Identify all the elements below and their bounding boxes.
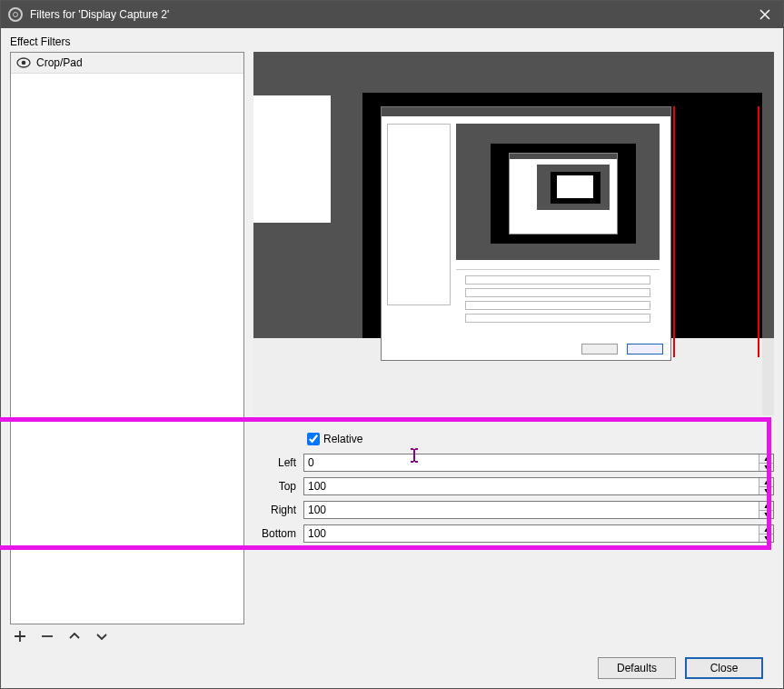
relative-row: Relative bbox=[253, 428, 774, 450]
top-step-down[interactable]: ▼ bbox=[759, 487, 773, 495]
dialog-body: Effect Filters Crop/Pad bbox=[1, 28, 783, 688]
right-spinbox[interactable]: ▲▼ bbox=[303, 501, 774, 519]
remove-filter-button[interactable] bbox=[39, 628, 55, 644]
relative-label: Relative bbox=[323, 433, 362, 445]
window-title: Filters for 'Display Capture 2' bbox=[30, 8, 747, 21]
columns: Crop/Pad bbox=[10, 52, 774, 648]
left-step-up[interactable]: ▲ bbox=[759, 454, 773, 464]
left-row: Left ▲▼ bbox=[253, 452, 774, 474]
left-input[interactable] bbox=[304, 454, 759, 471]
add-filter-button[interactable] bbox=[12, 628, 28, 644]
effect-filters-label: Effect Filters bbox=[10, 35, 774, 48]
left-label: Left bbox=[253, 456, 303, 469]
right-step-down[interactable]: ▼ bbox=[759, 511, 773, 519]
filters-dialog: Filters for 'Display Capture 2' Effect F… bbox=[0, 0, 784, 689]
top-row: Top ▲▼ bbox=[253, 475, 774, 497]
filter-list-panel: Crop/Pad bbox=[10, 52, 244, 648]
dialog-footer: Defaults Close bbox=[10, 648, 774, 688]
left-step-down[interactable]: ▼ bbox=[759, 464, 773, 472]
top-input[interactable] bbox=[304, 478, 759, 494]
crop-pad-form: Relative Left ▲▼ Top ▲ bbox=[253, 415, 774, 546]
filter-item-label: Crop/Pad bbox=[36, 56, 83, 69]
move-up-button[interactable] bbox=[66, 628, 83, 644]
right-row: Right ▲▼ bbox=[253, 499, 774, 521]
bottom-row: Bottom ▲▼ bbox=[253, 523, 774, 544]
bottom-step-up[interactable]: ▲ bbox=[759, 525, 773, 534]
close-icon[interactable] bbox=[747, 1, 783, 28]
move-down-button[interactable] bbox=[94, 628, 110, 644]
right-panel: Relative Left ▲▼ Top ▲ bbox=[253, 52, 774, 648]
visibility-eye-icon[interactable] bbox=[16, 57, 31, 68]
defaults-button[interactable]: Defaults bbox=[598, 657, 676, 679]
bottom-spinbox[interactable]: ▲▼ bbox=[303, 524, 774, 543]
right-step-up[interactable]: ▲ bbox=[759, 502, 773, 511]
filter-toolbar bbox=[10, 624, 244, 648]
filter-list[interactable]: Crop/Pad bbox=[10, 52, 244, 624]
svg-point-1 bbox=[22, 61, 26, 65]
close-button[interactable]: Close bbox=[685, 657, 763, 679]
top-label: Top bbox=[253, 480, 303, 493]
left-spinbox[interactable]: ▲▼ bbox=[303, 454, 774, 472]
relative-checkbox[interactable] bbox=[307, 433, 320, 445]
preview-area bbox=[253, 52, 774, 415]
bottom-input[interactable] bbox=[304, 525, 759, 542]
top-spinbox[interactable]: ▲▼ bbox=[303, 477, 774, 495]
filter-item-crop-pad[interactable]: Crop/Pad bbox=[11, 53, 243, 74]
bottom-label: Bottom bbox=[253, 527, 303, 540]
right-input[interactable] bbox=[304, 502, 759, 518]
top-step-up[interactable]: ▲ bbox=[759, 478, 773, 487]
bottom-step-down[interactable]: ▼ bbox=[759, 534, 773, 543]
obs-logo-icon bbox=[8, 7, 23, 22]
right-label: Right bbox=[253, 504, 303, 516]
titlebar: Filters for 'Display Capture 2' bbox=[1, 1, 783, 28]
